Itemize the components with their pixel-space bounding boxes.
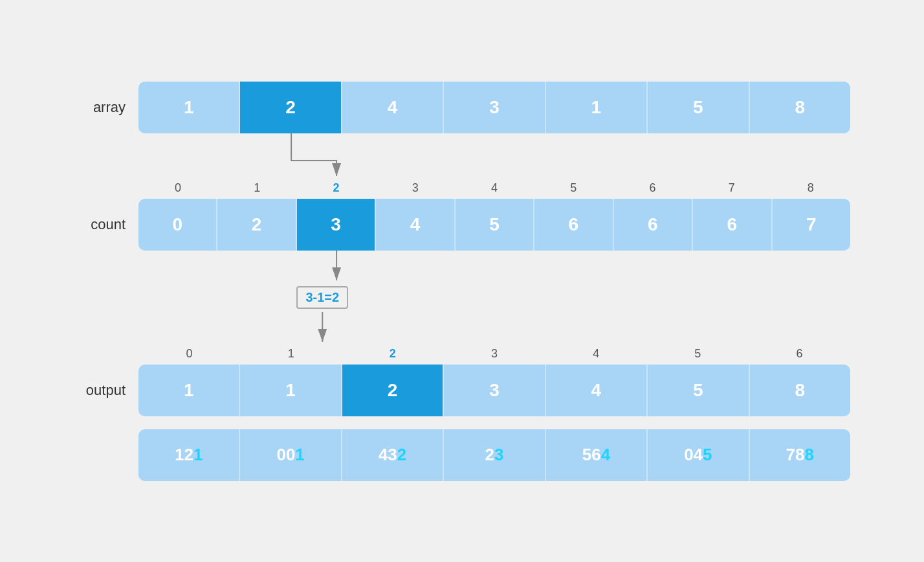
- count-index-3: 3: [376, 179, 455, 197]
- output-index-3: 3: [443, 344, 545, 363]
- formula-cell-7: [692, 286, 771, 309]
- count-cell-7: 6: [693, 199, 772, 251]
- array-label: array: [74, 99, 138, 116]
- count-index-8: 8: [771, 179, 850, 197]
- output-cell-6: 8: [750, 365, 850, 416]
- count-index-4: 4: [455, 179, 534, 197]
- count-index-2: 2: [296, 179, 375, 197]
- output-cell-3: 3: [444, 365, 545, 416]
- count-index-1: 1: [217, 179, 296, 197]
- array-to-count-arrow: [138, 133, 850, 179]
- bottom-cell-5: 045: [648, 429, 749, 481]
- count-cell-0: 0: [138, 199, 217, 251]
- bottom-row: 12100143223564045788: [138, 429, 850, 481]
- output-index-0: 0: [138, 344, 240, 363]
- count-cell-1: 2: [217, 199, 296, 251]
- array-cell-2: 4: [342, 82, 444, 133]
- count-index-6: 6: [613, 179, 692, 197]
- output-row: 1123458: [138, 365, 850, 416]
- formula-container: 3-1=2: [74, 286, 850, 309]
- output-cell-5: 5: [648, 365, 749, 416]
- output-index-6: 6: [749, 344, 850, 363]
- formula-cell-2: 3-1=2: [296, 286, 375, 309]
- formula-box: 3-1=2: [296, 286, 348, 309]
- array-cell-5: 5: [648, 82, 749, 133]
- bottom-cell-2: 432: [342, 429, 444, 481]
- array-cell-6: 8: [750, 82, 850, 133]
- output-index-1: 1: [240, 344, 342, 363]
- output-cell-4: 4: [546, 365, 648, 416]
- formula-cell-6: [613, 286, 692, 309]
- output-label: output: [74, 382, 138, 399]
- output-cell-1: 1: [240, 365, 342, 416]
- count-cell-2: 3: [297, 199, 376, 251]
- count-to-formula-arrow: [138, 251, 850, 283]
- formula-cell-0: [138, 286, 217, 309]
- count-cell-6: 6: [614, 199, 693, 251]
- bottom-cell-4: 564: [546, 429, 648, 481]
- count-index-5: 5: [534, 179, 613, 197]
- bottom-cell-1: 001: [240, 429, 342, 481]
- bottom-row-container: 12100143223564045788: [74, 429, 850, 481]
- count-index-0: 0: [138, 179, 217, 197]
- count-cell-3: 4: [376, 199, 455, 251]
- array-row: 1243158: [138, 82, 850, 133]
- formula-cell-1: [217, 286, 296, 309]
- bottom-cell-3: 23: [444, 429, 545, 481]
- output-index-row: 0123456: [74, 344, 850, 363]
- bottom-cell-6: 788: [750, 429, 850, 481]
- count-cell-4: 5: [456, 199, 534, 251]
- count-cell-8: 7: [773, 199, 850, 251]
- output-index-2: 2: [342, 344, 443, 363]
- count-row: 023456667: [138, 199, 850, 251]
- output-cell-2: 2: [342, 365, 444, 416]
- formula-cell-8: [771, 286, 850, 309]
- formula-cell-4: [455, 286, 534, 309]
- count-label: count: [74, 216, 138, 233]
- array-cell-0: 1: [138, 82, 240, 133]
- output-index-5: 5: [647, 344, 749, 363]
- count-cell-5: 6: [534, 199, 613, 251]
- output-cell-0: 1: [138, 365, 240, 416]
- array-cell-4: 1: [546, 82, 648, 133]
- count-index-row: 012345678: [74, 179, 850, 197]
- formula-cell-3: [376, 286, 455, 309]
- bottom-cell-0: 121: [138, 429, 240, 481]
- output-index-4: 4: [545, 344, 647, 363]
- array-cell-1: 2: [240, 82, 342, 133]
- formula-to-output-arrow: [138, 312, 850, 344]
- count-index-7: 7: [692, 179, 771, 197]
- array-cell-3: 3: [444, 82, 545, 133]
- formula-cell-5: [534, 286, 613, 309]
